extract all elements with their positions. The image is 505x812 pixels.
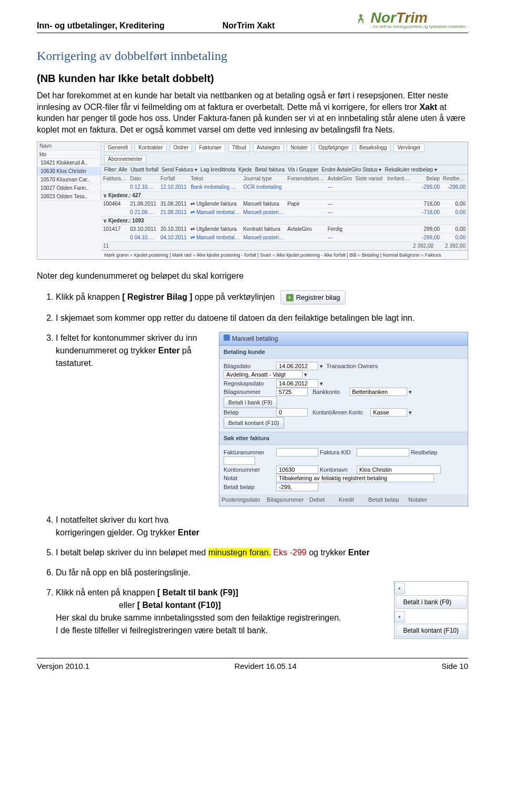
table-row[interactable]: 0 12.10.201112.10.2011Bank innbetaling O… — [101, 183, 468, 191]
note-line: Noter deg kundenummeret og beløpet du sk… — [37, 270, 468, 282]
toolbar: Filter: AlleUtsett forfallSend Faktura ▾… — [101, 165, 468, 175]
step-7: Klikk nå enten på knappen [ Betalt til b… — [56, 586, 468, 637]
bilagsnummer-input[interactable] — [276, 388, 308, 396]
logo-subtitle: - for drift av treningssentere og fysika… — [371, 24, 468, 29]
list-item[interactable]: 10570 Klouman Car.. — [37, 176, 100, 184]
header-mid: NorTrim Xakt — [223, 21, 275, 31]
page-title: Korrigering av dobbelført innbetaling — [37, 49, 468, 63]
step-4: I notatfeltet skriver du kort hva korrig… — [56, 514, 203, 539]
table-row[interactable]: ∨ Kjedenr.: 427 — [101, 191, 468, 200]
window-icon — [224, 334, 230, 341]
notat-input[interactable] — [276, 474, 434, 482]
betalt-kontant-button-small[interactable]: Betalt kontant (F10) — [396, 624, 467, 637]
table-row[interactable]: 0 04.10.201104.10.2011⇄ Manuell innbetal… — [101, 234, 468, 242]
header-left: Inn- og utbetalinger, Kreditering — [37, 21, 165, 31]
regnskapsdato-input[interactable] — [276, 379, 318, 388]
bilagsdato-input[interactable] — [276, 362, 318, 370]
table-row[interactable]: 10046421.08.201131.08.2011⇄ Utgående fak… — [101, 200, 468, 208]
step-2: I skjemaet som kommer opp retter du dato… — [56, 312, 468, 324]
logo-nor: Nor — [371, 9, 396, 26]
table-row[interactable]: ∨ Kjedenr.: 1093 — [101, 217, 468, 225]
chevron-down-icon[interactable]: ▾ — [395, 583, 405, 594]
chevron-down-icon[interactable]: ▾ — [395, 611, 405, 623]
plus-icon — [286, 294, 294, 301]
logo: NorTrim - for drift av treningssentere o… — [353, 9, 468, 29]
screenshot-faktura-list: Navn kto 10421 Klokkerud A.. 10630 Klos … — [37, 141, 468, 260]
betalt-bank-button-small[interactable]: Betalt i bank (F9) — [396, 595, 467, 609]
footer-page: Side 10 — [441, 662, 468, 671]
svg-point-0 — [359, 14, 362, 17]
table-row[interactable]: 10141703.10.201120.10.2011⇄ Utgående fak… — [101, 225, 468, 234]
step-1: Klikk på knappen [ Registrer Bilag ] opp… — [56, 290, 468, 305]
intro-paragraph: Det har forekommet at en kunde har betal… — [37, 90, 468, 135]
screenshot-buttons: ▾Betalt i bank (F9) ▾Betalt kontant (F10… — [394, 581, 468, 639]
list-item[interactable]: 10421 Klokkerud A.. — [37, 159, 100, 167]
legend: Mørk grønn = Kjedet postering | Mørk rød… — [101, 250, 468, 259]
screenshot-manuell-betaling: Manuell betaling Betaling kunde Bilagsda… — [219, 332, 468, 506]
betalt-kontant-button[interactable]: Betalt kontant (F10) — [224, 417, 284, 429]
step-3: I feltet for kontonummer skriver du inn … — [56, 332, 468, 506]
belop-input[interactable] — [276, 408, 308, 417]
tabs: Generelt Kontrakter Ordrer Fakturaer Til… — [101, 142, 468, 165]
step-6: Du får nå opp en blå posteringslinje. — [56, 566, 468, 579]
kontonummer-input[interactable] — [276, 465, 318, 474]
list-item[interactable]: 10630 Klos Christin — [37, 167, 100, 176]
betalt-belop-input[interactable] — [276, 483, 318, 491]
step-5: I betalt beløp skriver du inn beløpet me… — [56, 546, 468, 559]
logo-trim: Trim — [396, 9, 428, 26]
footer-revised: Revidert 16.05.14 — [234, 662, 296, 671]
page-footer: Versjon 2010.1 Revidert 16.05.14 Side 10 — [37, 658, 468, 671]
registrer-bilag-button[interactable]: Registrer bilag — [280, 290, 346, 305]
table-row[interactable]: 0 21.08.201121.08.2011⇄ Manuell innbetal… — [101, 208, 468, 217]
footer-version: Versjon 2010.1 — [37, 662, 89, 671]
page-subtitle: (NB kunden har Ikke betalt dobbelt) — [37, 73, 468, 85]
list-item[interactable]: 10027 Odden Fann.. — [37, 184, 100, 192]
betalt-bank-button[interactable]: Betalt i bank (F9) — [224, 397, 277, 409]
list-item[interactable]: 10823 Odden Tess.. — [37, 192, 100, 201]
